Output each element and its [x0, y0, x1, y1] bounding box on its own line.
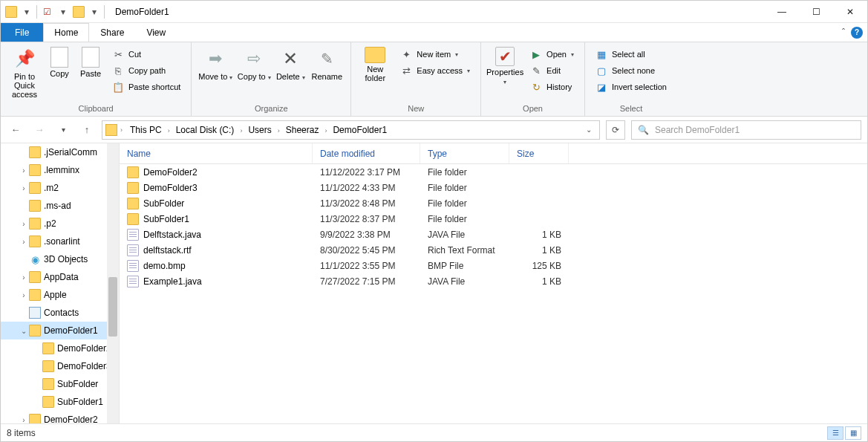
tree-item[interactable]: .jSerialComm [1, 143, 119, 161]
tab-share[interactable]: Share [89, 23, 135, 42]
navigation-bar: ← → ▾ ↑ › This PC›Local Disk (C:)›Users›… [1, 117, 867, 143]
chevron-right-icon[interactable]: › [119, 126, 124, 134]
edit-button[interactable]: ✎Edit [527, 63, 577, 78]
group-label: New [356, 103, 476, 116]
tree-item[interactable]: ›.lemminx [1, 161, 119, 179]
column-date[interactable]: Date modified [313, 143, 420, 163]
tree-item[interactable]: ›DemoFolder2 [1, 411, 119, 423]
help-icon[interactable]: ? [851, 27, 863, 39]
tree-item[interactable]: ›.p2 [1, 215, 119, 233]
breadcrumb-segment[interactable]: DemoFolder1 [328, 125, 391, 135]
qat-dropdown-icon[interactable]: ▾ [56, 7, 70, 17]
scrollbar-track[interactable] [107, 143, 119, 423]
select-all-button[interactable]: ▦Select all [593, 47, 670, 62]
folder-icon [365, 47, 385, 63]
chevron-right-icon[interactable]: › [166, 127, 172, 134]
copy-path-button[interactable]: ⎘Copy path [109, 63, 183, 78]
search-input[interactable] [655, 125, 855, 135]
tree-item-label: Contacts [44, 308, 79, 318]
properties-button[interactable]: ✔ Properties ▾ [486, 45, 524, 88]
tree-item[interactable]: .ms-ad [1, 197, 119, 215]
tree-item-label: .jSerialComm [44, 147, 97, 157]
recent-locations-button[interactable]: ▾ [54, 121, 72, 139]
tab-home[interactable]: Home [43, 23, 89, 42]
tree-item[interactable]: ›.m2 [1, 179, 119, 197]
tree-item[interactable]: ⌄DemoFolder1 [1, 322, 119, 339]
column-type[interactable]: Type [420, 143, 509, 163]
file-row[interactable]: demo.bmp11/1/2022 3:55 PMBMP File125 KB [120, 258, 867, 273]
tab-file[interactable]: File [1, 23, 43, 42]
tree-item[interactable]: ›.sonarlint [1, 233, 119, 250]
qat-customize-icon[interactable]: ▾ [88, 7, 101, 17]
expand-icon[interactable]: › [19, 416, 29, 424]
breadcrumb-segment[interactable]: Users [244, 125, 275, 135]
up-button[interactable]: ↑ [78, 121, 96, 139]
scrollbar-thumb[interactable] [108, 277, 117, 337]
details-view-button[interactable]: ☰ [827, 426, 843, 440]
paste-button[interactable]: Paste [75, 45, 106, 79]
back-button[interactable]: ← [7, 121, 25, 139]
file-row[interactable]: DemoFolder311/1/2022 4:33 PMFile folder [120, 180, 867, 195]
easy-access-button[interactable]: ⇄Easy access ▾ [397, 63, 473, 78]
select-none-button[interactable]: ▢Select none [593, 63, 670, 78]
address-bar[interactable]: › This PC›Local Disk (C:)›Users›Sheeraz›… [102, 120, 600, 140]
tree-item[interactable]: Contacts [1, 304, 119, 322]
tree-item[interactable]: ›AppData [1, 268, 119, 286]
column-name[interactable]: Name [120, 143, 313, 163]
cut-button[interactable]: ✂Cut [109, 47, 183, 62]
pin-to-quick-access-button[interactable]: 📌 Pin to Quick access [5, 45, 44, 100]
breadcrumb-segment[interactable]: Sheeraz [281, 125, 324, 135]
file-row[interactable]: Delftstack.java9/9/2022 3:38 PMJAVA File… [120, 227, 867, 242]
tree-item[interactable]: DemoFolder2 [1, 339, 119, 357]
copy-to-button[interactable]: ⇨ Copy to ▾ [235, 45, 273, 83]
maximize-button[interactable]: ☐ [799, 1, 833, 23]
breadcrumb-segment[interactable]: This PC [125, 125, 166, 135]
tree-item[interactable]: DemoFolder3 [1, 357, 119, 375]
paste-shortcut-button[interactable]: 📋Paste shortcut [109, 79, 183, 94]
tree-item[interactable]: ›Apple [1, 286, 119, 304]
file-row[interactable]: SubFolder11/3/2022 8:48 PMFile folder [120, 195, 867, 211]
refresh-button[interactable]: ⟳ [606, 120, 625, 140]
large-icons-view-button[interactable]: ▦ [845, 426, 861, 440]
close-button[interactable]: ✕ [833, 1, 867, 23]
tree-item[interactable]: ◉3D Objects [1, 250, 119, 268]
column-size[interactable]: Size [509, 143, 569, 163]
tab-view[interactable]: View [135, 23, 177, 42]
forward-button[interactable]: → [30, 121, 48, 139]
expand-icon[interactable]: › [19, 166, 29, 175]
expand-icon[interactable]: › [19, 238, 29, 246]
expand-icon[interactable]: ⌄ [19, 327, 29, 335]
file-row[interactable]: SubFolder111/3/2022 8:37 PMFile folder [120, 211, 867, 227]
rename-button[interactable]: ✎ Rename [307, 45, 346, 82]
expand-icon[interactable]: › [19, 291, 29, 299]
file-row[interactable]: Example1.java7/27/2022 7:15 PMJAVA File1… [120, 273, 867, 289]
copy-button[interactable]: Copy [44, 45, 75, 79]
file-size: 1 KB [509, 245, 569, 256]
tree-item[interactable]: SubFolder [1, 375, 119, 393]
search-box[interactable]: 🔍 [631, 120, 861, 140]
expand-icon[interactable]: › [19, 220, 29, 228]
tree-item-label: .lemminx [44, 165, 79, 175]
address-dropdown-icon[interactable]: ⌄ [581, 126, 596, 134]
new-folder-button[interactable]: New folder [356, 45, 394, 84]
tree-item[interactable]: SubFolder1 [1, 393, 119, 411]
file-row[interactable]: delftstack.rtf8/30/2022 5:45 PMRich Text… [120, 242, 867, 258]
tree-item-label: DemoFolder2 [57, 343, 111, 354]
move-to-button[interactable]: ➡ Move to ▾ [196, 45, 235, 83]
invert-selection-button[interactable]: ◪Invert selection [593, 79, 670, 94]
delete-button[interactable]: ✕ Delete ▾ [273, 45, 307, 83]
minimize-button[interactable]: — [765, 1, 799, 23]
file-row[interactable]: DemoFolder211/12/2022 3:17 PMFile folder [120, 164, 867, 180]
history-button[interactable]: ↻History [527, 79, 577, 94]
navigation-tree[interactable]: .jSerialComm›.lemminx›.m2.ms-ad›.p2›.son… [1, 143, 120, 423]
properties-qat-icon[interactable]: ☑ [40, 7, 53, 17]
ribbon-tabs: File Home Share View ˆ ? [1, 23, 867, 42]
chevron-right-icon[interactable]: › [276, 127, 281, 134]
new-item-button[interactable]: ✦New item ▾ [397, 47, 473, 62]
expand-icon[interactable]: › [19, 273, 29, 282]
qat-dropdown-icon[interactable]: ▾ [20, 7, 33, 17]
minimize-ribbon-icon[interactable]: ˆ [842, 27, 845, 38]
expand-icon[interactable]: › [19, 184, 29, 192]
breadcrumb-segment[interactable]: Local Disk (C:) [172, 125, 239, 135]
open-button[interactable]: ▶Open ▾ [527, 47, 577, 62]
